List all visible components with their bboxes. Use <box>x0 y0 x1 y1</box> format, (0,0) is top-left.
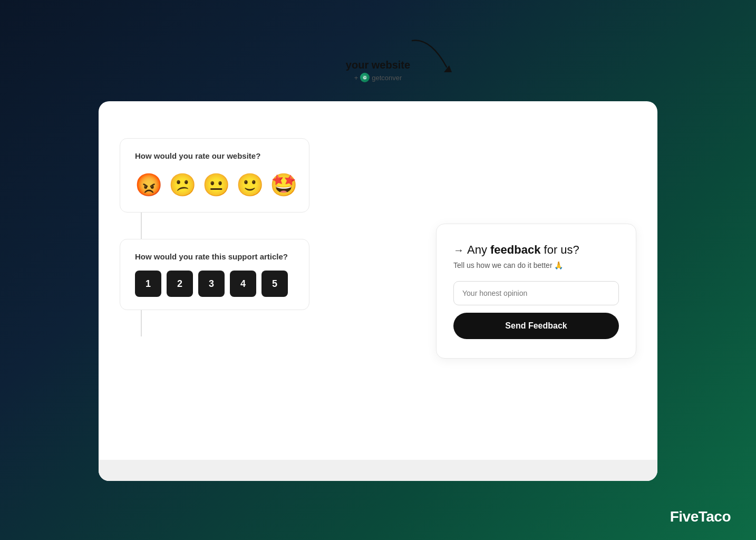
powered-by-label: + getconver <box>354 73 402 82</box>
vertical-connector <box>141 213 142 239</box>
number-btn-3[interactable]: 3 <box>198 271 225 297</box>
main-card: How would you rate our website? 😡 😕 😐 🙂 … <box>99 101 657 481</box>
emoji-btn-3[interactable]: 😐 <box>202 170 230 199</box>
number-btn-5[interactable]: 5 <box>261 271 288 297</box>
vertical-connector-2 <box>141 310 142 336</box>
number-row: 1 2 3 4 5 <box>135 271 294 297</box>
feedback-card: → Any feedback for us? Tell us how we ca… <box>436 224 636 359</box>
getconver-logo-icon <box>360 73 370 82</box>
number-btn-2[interactable]: 2 <box>167 271 193 297</box>
emoji-row: 😡 😕 😐 🙂 🤩 <box>135 170 294 199</box>
emoji-rating-widget: How would you rate our website? 😡 😕 😐 🙂 … <box>120 138 309 213</box>
emoji-rating-question: How would you rate our website? <box>135 151 294 160</box>
feedback-input[interactable] <box>453 281 619 305</box>
left-column: How would you rate our website? 😡 😕 😐 🙂 … <box>120 122 415 460</box>
feedback-bold: feedback <box>490 243 540 256</box>
feedback-subtext: Tell us how we can do it better 🙏 <box>453 261 619 269</box>
svg-marker-1 <box>444 65 452 72</box>
website-label: your website <box>346 59 410 71</box>
brand-watermark: FiveTaco <box>670 508 731 525</box>
number-btn-4[interactable]: 4 <box>230 271 256 297</box>
emoji-btn-2[interactable]: 😕 <box>169 170 196 199</box>
number-btn-1[interactable]: 1 <box>135 271 161 297</box>
getconver-text: getconver <box>372 74 402 82</box>
emoji-btn-5[interactable]: 🤩 <box>270 170 297 199</box>
feedback-heading: → Any feedback for us? <box>453 243 619 257</box>
number-rating-widget: How would you rate this support article?… <box>120 239 309 310</box>
browser-bottom-bar <box>99 460 657 481</box>
curved-arrow-icon <box>410 38 457 75</box>
top-label-area: your website + getconver <box>99 59 657 82</box>
content-wrapper: How would you rate our website? 😡 😕 😐 🙂 … <box>99 101 657 481</box>
emoji-btn-1[interactable]: 😡 <box>135 170 162 199</box>
emoji-btn-4[interactable]: 🙂 <box>236 170 264 199</box>
main-container: your website + getconver How would y <box>99 101 657 481</box>
number-rating-question: How would you rate this support article? <box>135 252 294 261</box>
arrow-right-icon: → <box>453 244 464 256</box>
send-feedback-button[interactable]: Send Feedback <box>453 313 619 339</box>
right-column: → Any feedback for us? Tell us how we ca… <box>436 122 636 460</box>
feedback-heading-text: Any feedback for us? <box>467 243 579 257</box>
